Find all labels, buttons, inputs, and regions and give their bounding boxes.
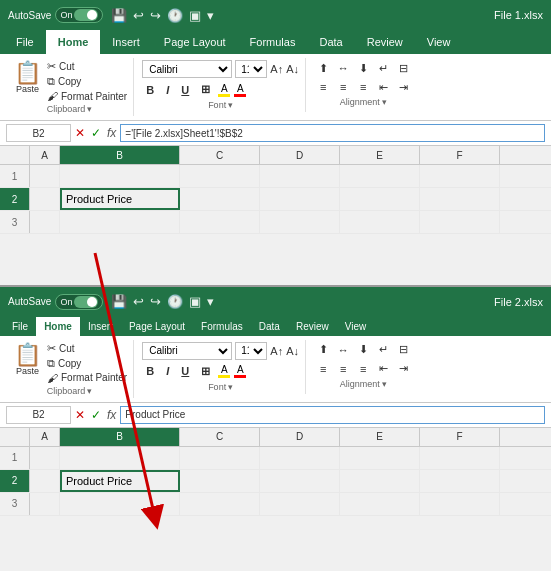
tab-file-2[interactable]: File [4,317,36,336]
toggle-switch-2[interactable] [74,296,98,308]
increase-font-icon-1[interactable]: A↑ [270,63,283,75]
cell-c3-2[interactable] [180,493,260,515]
font-select-1[interactable]: Calibri [142,60,232,78]
clock-icon-2[interactable]: 🕐 [167,294,183,309]
cut-item-1[interactable]: ✂ Cut [47,60,127,73]
tab-insert-2[interactable]: Insert [80,317,121,336]
font-color-btn-1[interactable]: A [234,83,246,97]
col-header-a-1[interactable]: A [30,146,60,164]
tab-file-1[interactable]: File [4,30,46,54]
wrap-text-icon-1[interactable]: ↵ [374,60,392,76]
format-painter-item-2[interactable]: 🖌 Format Painter [47,372,127,384]
cell-a3-1[interactable] [30,211,60,233]
format-painter-item-1[interactable]: 🖌 Format Painter [47,90,127,102]
clipboard-expand-icon-2[interactable]: ▾ [87,386,92,396]
cell-a1-1[interactable] [30,165,60,187]
tab-review-1[interactable]: Review [355,30,415,54]
font-expand-icon-1[interactable]: ▾ [228,100,233,110]
tab-view-2[interactable]: View [337,317,375,336]
redo-icon-1[interactable]: ↪ [150,8,161,23]
cell-e3-1[interactable] [340,211,420,233]
decrease-font-icon-2[interactable]: A↓ [286,345,299,357]
settings-icon-2[interactable]: ▣ [189,294,201,309]
highlight-color-btn-2[interactable]: A [218,364,230,378]
align-bottom-icon-1[interactable]: ⬇ [354,60,372,76]
bold-button-2[interactable]: B [142,363,158,379]
cell-e3-2[interactable] [340,493,420,515]
col-header-f-2[interactable]: F [420,428,500,446]
align-right-icon-2[interactable]: ≡ [354,361,372,377]
tab-insert-1[interactable]: Insert [100,30,152,54]
formula-confirm-icon-1[interactable]: ✓ [91,126,101,140]
tab-review-2[interactable]: Review [288,317,337,336]
italic-button-1[interactable]: I [162,82,173,98]
formula-cancel-icon-1[interactable]: ✕ [75,126,85,140]
cell-ref-box-1[interactable] [6,124,71,142]
col-header-d-1[interactable]: D [260,146,340,164]
autosave-toggle-1[interactable]: On [55,7,103,23]
formula-fx-icon-1[interactable]: fx [107,126,116,140]
align-center-icon-1[interactable]: ≡ [334,79,352,95]
font-color-btn-2[interactable]: A [234,364,246,378]
cell-e1-1[interactable] [340,165,420,187]
col-header-d-2[interactable]: D [260,428,340,446]
col-header-c-2[interactable]: C [180,428,260,446]
clock-icon-1[interactable]: 🕐 [167,8,183,23]
indent-right-icon-1[interactable]: ⇥ [394,79,412,95]
tab-page-layout-1[interactable]: Page Layout [152,30,238,54]
cell-b2-2[interactable]: Product Price [60,470,180,492]
cell-c1-2[interactable] [180,447,260,469]
cell-d2-2[interactable] [260,470,340,492]
underline-button-1[interactable]: U [177,82,193,98]
indent-left-icon-1[interactable]: ⇤ [374,79,392,95]
cell-e2-1[interactable] [340,188,420,210]
wrap-text-icon-2[interactable]: ↵ [374,342,392,358]
alignment-expand-icon-2[interactable]: ▾ [382,379,387,389]
cell-b1-1[interactable] [60,165,180,187]
dropdown-icon-2[interactable]: ▾ [207,294,214,309]
cell-f3-2[interactable] [420,493,500,515]
formula-cancel-icon-2[interactable]: ✕ [75,408,85,422]
tab-formulas-2[interactable]: Formulas [193,317,251,336]
align-left-icon-2[interactable]: ≡ [314,361,332,377]
cell-a3-2[interactable] [30,493,60,515]
cell-b2-1[interactable]: Product Price [60,188,180,210]
indent-left-icon-2[interactable]: ⇤ [374,361,392,377]
cell-f1-2[interactable] [420,447,500,469]
italic-button-2[interactable]: I [162,363,173,379]
toggle-switch-1[interactable] [74,9,98,21]
col-header-b-2[interactable]: B [60,428,180,446]
tab-data-1[interactable]: Data [307,30,354,54]
align-bottom-icon-2[interactable]: ⬇ [354,342,372,358]
align-middle-icon-2[interactable]: ↔ [334,342,352,358]
alignment-expand-icon-1[interactable]: ▾ [382,97,387,107]
cell-c3-1[interactable] [180,211,260,233]
col-header-e-2[interactable]: E [340,428,420,446]
cell-d3-2[interactable] [260,493,340,515]
cell-b1-2[interactable] [60,447,180,469]
cell-c2-2[interactable] [180,470,260,492]
highlight-color-btn-1[interactable]: A [218,83,230,97]
cell-d1-1[interactable] [260,165,340,187]
bold-button-1[interactable]: B [142,82,158,98]
cell-f1-1[interactable] [420,165,500,187]
redo-icon-2[interactable]: ↪ [150,294,161,309]
indent-right-icon-2[interactable]: ⇥ [394,361,412,377]
cell-f3-1[interactable] [420,211,500,233]
tab-home-1[interactable]: Home [46,30,101,54]
save-icon-1[interactable]: 💾 [111,8,127,23]
cell-d2-1[interactable] [260,188,340,210]
underline-button-2[interactable]: U [177,363,193,379]
tab-view-1[interactable]: View [415,30,463,54]
formula-input-1[interactable] [120,124,545,142]
align-top-icon-2[interactable]: ⬆ [314,342,332,358]
cell-d1-2[interactable] [260,447,340,469]
paste-button-1[interactable]: 📋 Paste [12,60,43,96]
border-button-1[interactable]: ⊞ [197,81,214,98]
undo-icon-1[interactable]: ↩ [133,8,144,23]
cell-b3-1[interactable] [60,211,180,233]
cell-e2-2[interactable] [340,470,420,492]
cell-f2-1[interactable] [420,188,500,210]
decrease-font-icon-1[interactable]: A↓ [286,63,299,75]
copy-item-2[interactable]: ⧉ Copy [47,357,127,370]
